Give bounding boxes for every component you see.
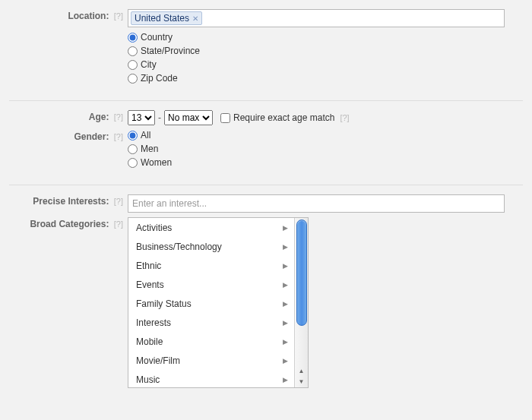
category-item[interactable]: Business/Technology ▶: [128, 237, 294, 256]
broad-categories-label: Broad Categories: [?]: [0, 217, 128, 229]
help-icon[interactable]: [?]: [340, 113, 349, 122]
category-item-label: Events: [136, 279, 164, 290]
radio-country-input[interactable]: [128, 33, 138, 43]
gender-label: Gender: [?]: [0, 130, 128, 142]
scroll-down-icon[interactable]: ▼: [296, 376, 307, 387]
radio-gender-men-label: Men: [141, 144, 158, 154]
chevron-right-icon: ▶: [283, 338, 288, 346]
category-item-label: Ethnic: [136, 261, 161, 271]
age-dash: -: [158, 112, 161, 123]
location-token[interactable]: United States ✕: [131, 11, 202, 25]
category-item-label: Business/Technology: [136, 242, 222, 252]
chevron-right-icon: ▶: [283, 281, 288, 289]
location-section: Location: [?] United States ✕ Country St…: [0, 0, 532, 100]
category-item-label: Activities: [136, 223, 172, 233]
radio-gender-women[interactable]: Women: [128, 157, 505, 168]
location-label: Location: [?]: [0, 9, 128, 21]
demographics-section: Age: [?] 13 - No max Require exact age m…: [0, 101, 532, 185]
precise-interests-label-text: Precise Interests:: [33, 196, 109, 207]
radio-zip-input[interactable]: [128, 74, 138, 84]
radio-state[interactable]: State/Province: [128, 46, 505, 56]
radio-country-label: Country: [141, 32, 173, 43]
broad-categories-listbox[interactable]: Activities ▶ Business/Technology ▶ Ethni…: [128, 217, 309, 388]
age-min-select[interactable]: 13: [128, 110, 155, 125]
gender-label-text: Gender:: [74, 131, 109, 142]
remove-token-icon[interactable]: ✕: [192, 14, 198, 23]
category-item[interactable]: Family Status ▶: [128, 294, 294, 313]
location-type-radios: Country State/Province City Zip Code: [128, 32, 505, 84]
precise-interests-label: Precise Interests: [?]: [0, 194, 128, 207]
category-item[interactable]: Interests ▶: [128, 313, 294, 332]
chevron-right-icon: ▶: [283, 319, 288, 327]
age-label-text: Age:: [89, 112, 109, 122]
scrollbar-thumb[interactable]: [296, 219, 307, 326]
help-icon[interactable]: [?]: [114, 219, 123, 229]
help-icon[interactable]: [?]: [114, 11, 123, 21]
radio-gender-all-label: All: [141, 130, 150, 141]
precise-interests-input[interactable]: [128, 194, 505, 213]
help-icon[interactable]: [?]: [114, 197, 123, 206]
radio-city-label: City: [141, 59, 157, 70]
category-item-label: Music: [136, 374, 160, 385]
category-item-label: Mobile: [136, 336, 163, 347]
chevron-right-icon: ▶: [283, 224, 288, 232]
radio-gender-all-input[interactable]: [128, 131, 138, 141]
chevron-right-icon: ▶: [283, 376, 288, 384]
category-item[interactable]: Movie/Film ▶: [128, 351, 294, 370]
chevron-right-icon: ▶: [283, 357, 288, 365]
age-max-select[interactable]: No max: [164, 110, 213, 125]
location-token-text: United States: [135, 13, 189, 24]
category-item[interactable]: Music ▶: [128, 370, 294, 387]
radio-zip-label: Zip Code: [141, 73, 178, 84]
category-item[interactable]: Activities ▶: [128, 218, 294, 237]
radio-gender-men[interactable]: Men: [128, 144, 505, 154]
radio-gender-men-input[interactable]: [128, 144, 138, 154]
radio-country[interactable]: Country: [128, 32, 505, 43]
radio-city-input[interactable]: [128, 60, 138, 70]
category-item-label: Family Status: [136, 298, 192, 309]
chevron-right-icon: ▶: [283, 300, 288, 308]
radio-gender-women-label: Women: [141, 157, 172, 168]
radio-city[interactable]: City: [128, 59, 505, 70]
radio-gender-women-input[interactable]: [128, 158, 138, 168]
require-exact-age-checkbox[interactable]: [220, 113, 230, 123]
require-exact-age-label: Require exact age match: [233, 112, 334, 123]
broad-categories-label-text: Broad Categories:: [30, 219, 109, 229]
help-icon[interactable]: [?]: [114, 112, 123, 122]
category-item[interactable]: Ethnic ▶: [128, 256, 294, 275]
category-item-label: Movie/Film: [136, 355, 180, 366]
category-item[interactable]: Events ▶: [128, 275, 294, 294]
location-input[interactable]: United States ✕: [128, 9, 505, 27]
chevron-right-icon: ▶: [283, 262, 288, 270]
scroll-up-icon[interactable]: ▲: [296, 365, 307, 376]
require-exact-age[interactable]: Require exact age match: [220, 112, 334, 123]
radio-gender-all[interactable]: All: [128, 130, 505, 141]
categories-list: Activities ▶ Business/Technology ▶ Ethni…: [128, 218, 294, 387]
age-label: Age: [?]: [0, 110, 128, 122]
radio-zip[interactable]: Zip Code: [128, 73, 505, 84]
category-item[interactable]: Mobile ▶: [128, 332, 294, 351]
scrollbar[interactable]: ▲ ▼: [294, 218, 308, 387]
help-icon[interactable]: [?]: [114, 132, 123, 141]
chevron-right-icon: ▶: [283, 243, 288, 251]
location-label-text: Location:: [68, 11, 109, 21]
category-item-label: Interests: [136, 317, 171, 328]
radio-state-input[interactable]: [128, 46, 138, 56]
radio-state-label: State/Province: [141, 46, 200, 56]
interests-section: Precise Interests: [?] Broad Categories:…: [0, 185, 532, 402]
